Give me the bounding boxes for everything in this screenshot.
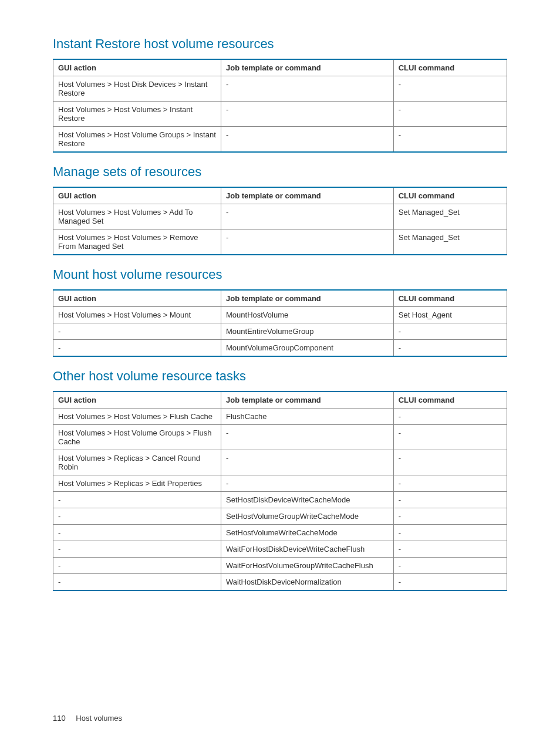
cell: Set Host_Agent [393,307,507,323]
cell: - [393,409,507,425]
cell: - [393,475,507,492]
cell: - [221,475,394,492]
table-row: Host Volumes > Host Disk Devices > Insta… [53,76,507,102]
cell: - [221,425,394,450]
cell: - [53,558,221,574]
table-row: - WaitForHostVolumeGroupWriteCacheFlush … [53,558,507,574]
col-header: CLUI command [393,59,507,76]
command-table: GUI action Job template or command CLUI … [53,289,507,357]
col-header: Job template or command [221,290,394,307]
cell: FlushCache [221,409,394,425]
cell: Host Volumes > Host Volumes > Remove Fro… [53,229,221,255]
cell: Host Volumes > Replicas > Edit Propertie… [53,475,221,492]
col-header: Job template or command [221,187,394,204]
cell: - [393,323,507,340]
cell: MountVolumeGroupComponent [221,340,394,357]
cell: Set Managed_Set [393,229,507,255]
cell: SetHostVolumeGroupWriteCacheMode [221,508,394,525]
cell: - [53,574,221,591]
col-header: Job template or command [221,391,394,409]
cell: MountEntireVolumeGroup [221,323,394,340]
cell: - [393,127,507,153]
table-row: - MountVolumeGroupComponent - [53,340,507,357]
col-header: GUI action [53,187,221,204]
cell: - [393,541,507,558]
cell: - [53,541,221,558]
table-row: Host Volumes > Host Volume Groups > Flus… [53,425,507,450]
cell: Host Volumes > Host Volume Groups > Flus… [53,425,221,450]
cell: - [393,450,507,475]
col-header: CLUI command [393,290,507,307]
cell: - [393,76,507,102]
section-heading: Other host volume resource tasks [53,369,507,384]
table-row: - MountEntireVolumeGroup - [53,323,507,340]
cell: - [53,323,221,340]
table-row: - SetHostVolumeWriteCacheMode - [53,525,507,541]
table-row: Host Volumes > Host Volumes > Add To Man… [53,204,507,229]
col-header: GUI action [53,391,221,409]
cell: WaitForHostDiskDeviceWriteCacheFlush [221,541,394,558]
cell: Host Volumes > Host Volume Groups > Inst… [53,127,221,153]
col-header: Job template or command [221,59,394,76]
cell: - [221,204,394,229]
cell: Host Volumes > Host Volumes > Instant Re… [53,102,221,127]
cell: SetHostVolumeWriteCacheMode [221,525,394,541]
table-row: Host Volumes > Host Volumes > Remove Fro… [53,229,507,255]
cell: - [221,76,394,102]
cell: Host Volumes > Host Volumes > Add To Man… [53,204,221,229]
cell: Set Managed_Set [393,204,507,229]
cell: - [221,127,394,153]
cell: - [53,508,221,525]
cell: - [393,340,507,357]
cell: - [393,525,507,541]
table-row: - SetHostVolumeGroupWriteCacheMode - [53,508,507,525]
cell: - [393,558,507,574]
table-row: Host Volumes > Host Volumes > Instant Re… [53,102,507,127]
page-number: 110 [53,714,66,723]
table-row: Host Volumes > Host Volumes > Mount Moun… [53,307,507,323]
cell: - [221,450,394,475]
cell: - [393,102,507,127]
col-header: GUI action [53,59,221,76]
table-row: Host Volumes > Replicas > Cancel Round R… [53,450,507,475]
cell: - [393,492,507,508]
table-row: - SetHostDiskDeviceWriteCacheMode - [53,492,507,508]
col-header: GUI action [53,290,221,307]
section-heading: Manage sets of resources [53,164,507,180]
cell: Host Volumes > Replicas > Cancel Round R… [53,450,221,475]
col-header: CLUI command [393,391,507,409]
cell: WaitHostDiskDeviceNormalization [221,574,394,591]
cell: - [393,508,507,525]
command-table: GUI action Job template or command CLUI … [53,391,507,591]
footer-title: Host volumes [76,714,122,723]
cell: - [393,574,507,591]
cell: WaitForHostVolumeGroupWriteCacheFlush [221,558,394,574]
cell: - [393,425,507,450]
section-heading: Mount host volume resources [53,267,507,282]
table-row: - WaitForHostDiskDeviceWriteCacheFlush - [53,541,507,558]
page-footer: 110 Host volumes [53,714,122,723]
cell: SetHostDiskDeviceWriteCacheMode [221,492,394,508]
table-row: Host Volumes > Replicas > Edit Propertie… [53,475,507,492]
cell: - [53,525,221,541]
table-row: Host Volumes > Host Volumes > Flush Cach… [53,409,507,425]
cell: Host Volumes > Host Volumes > Flush Cach… [53,409,221,425]
cell: - [221,102,394,127]
command-table: GUI action Job template or command CLUI … [53,187,507,255]
section-heading: Instant Restore host volume resources [53,36,507,52]
cell: - [53,492,221,508]
table-row: - WaitHostDiskDeviceNormalization - [53,574,507,591]
cell: MountHostVolume [221,307,394,323]
table-row: Host Volumes > Host Volume Groups > Inst… [53,127,507,153]
col-header: CLUI command [393,187,507,204]
command-table: GUI action Job template or command CLUI … [53,59,507,153]
cell: - [221,229,394,255]
cell: Host Volumes > Host Disk Devices > Insta… [53,76,221,102]
cell: Host Volumes > Host Volumes > Mount [53,307,221,323]
cell: - [53,340,221,357]
